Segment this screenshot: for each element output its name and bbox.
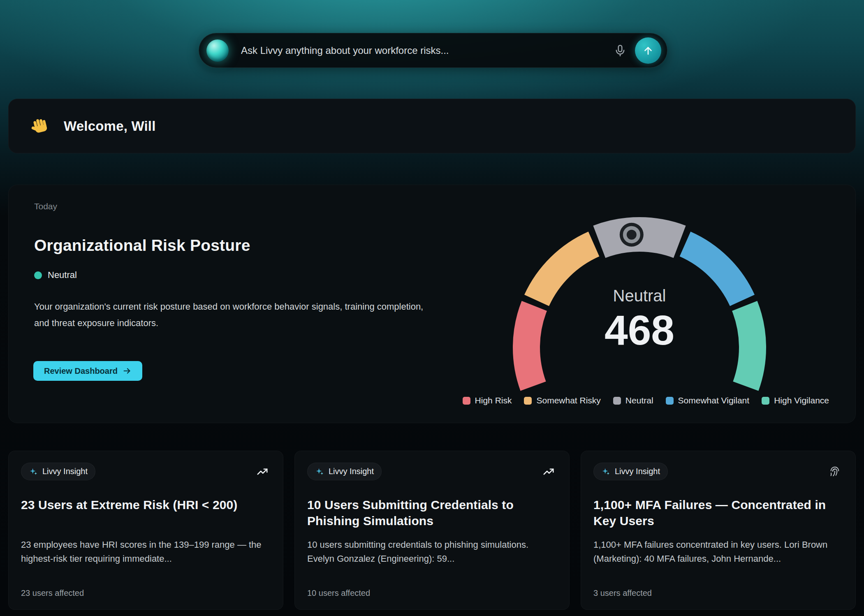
- fingerprint-icon: [828, 465, 841, 478]
- insight-affected-count: 10 users affected: [307, 588, 557, 598]
- gauge-status-label: Neutral: [613, 287, 666, 305]
- review-dashboard-button[interactable]: Review Dashboard: [33, 361, 142, 381]
- risk-status-label: Neutral: [48, 270, 77, 280]
- insight-card[interactable]: Livvy Insight 23 Users at Extreme Risk (…: [8, 451, 283, 610]
- welcome-card: Welcome, Will: [8, 99, 856, 153]
- trending-up-icon: [256, 465, 269, 478]
- insight-body: 1,100+ MFA failures concentrated in key …: [593, 538, 843, 566]
- gauge-segment: [526, 306, 534, 386]
- insight-title: 1,100+ MFA Failures — Concentrated in Ke…: [593, 497, 843, 530]
- legend-swatch: [666, 397, 674, 405]
- arrow-right-icon: [123, 366, 132, 375]
- insight-badge-label: Livvy Insight: [42, 467, 88, 476]
- section-label-today: Today: [34, 201, 57, 211]
- welcome-title: Welcome, Will: [64, 118, 156, 134]
- microphone-button[interactable]: [611, 42, 629, 60]
- insight-card[interactable]: Livvy Insight 10 Users Submitting Creden…: [294, 451, 570, 610]
- gauge-segment: [537, 244, 594, 300]
- insight-body: 10 users submitting credentials to phish…: [307, 538, 557, 566]
- legend-label: Somewhat Risky: [536, 396, 600, 405]
- risk-description: Your organization's current risk posture…: [34, 299, 439, 331]
- gauge-value: 468: [605, 307, 674, 354]
- legend-swatch: [524, 397, 532, 405]
- arrow-up-icon: [642, 44, 654, 57]
- legend-item: High Vigilance: [762, 396, 829, 405]
- status-dot-icon: [34, 271, 42, 279]
- microphone-icon: [613, 44, 627, 58]
- legend-label: High Risk: [475, 396, 512, 405]
- livvy-insight-badge: Livvy Insight: [21, 463, 95, 480]
- livvy-search-bar: [199, 33, 667, 68]
- sparkle-icon: [29, 467, 38, 476]
- livvy-insight-badge: Livvy Insight: [307, 463, 382, 480]
- search-submit-button[interactable]: [635, 37, 661, 64]
- sparkle-icon: [601, 467, 610, 476]
- risk-posture-card: Today Organizational Risk Posture Neutra…: [8, 185, 856, 423]
- gauge-segment: [745, 306, 753, 386]
- legend-label: Neutral: [625, 396, 653, 405]
- gauge-legend: High RiskSomewhat RiskyNeutralSomewhat V…: [463, 396, 829, 405]
- legend-label: High Vigilance: [774, 396, 829, 405]
- legend-label: Somewhat Vigilant: [678, 396, 750, 405]
- legend-swatch: [613, 397, 621, 405]
- livvy-orb-icon: [206, 39, 229, 62]
- waving-hand-icon: [31, 117, 50, 136]
- review-dashboard-label: Review Dashboard: [44, 366, 118, 376]
- insight-body: 23 employees have HRI scores in the 139–…: [21, 538, 271, 566]
- sparkle-icon: [315, 467, 324, 476]
- insight-title: 23 Users at Extreme Risk (HRI < 200): [21, 497, 271, 530]
- insight-badge-label: Livvy Insight: [329, 467, 374, 476]
- livvy-insight-badge: Livvy Insight: [593, 463, 668, 480]
- legend-swatch: [463, 397, 470, 405]
- risk-gauge: Neutral 468: [496, 201, 783, 407]
- dashboard-page: Welcome, Will Today Organizational Risk …: [0, 0, 864, 616]
- trending-up-icon: [542, 465, 555, 478]
- insight-affected-count: 3 users affected: [593, 588, 843, 598]
- legend-item: High Risk: [463, 396, 512, 405]
- risk-posture-title: Organizational Risk Posture: [34, 236, 250, 255]
- legend-item: Neutral: [613, 396, 653, 405]
- legend-item: Somewhat Vigilant: [666, 396, 750, 405]
- insight-badge-label: Livvy Insight: [615, 467, 660, 476]
- legend-item: Somewhat Risky: [524, 396, 600, 405]
- insight-card[interactable]: Livvy Insight 1,100+ MFA Failures — Conc…: [581, 451, 856, 610]
- insights-row: Livvy Insight 23 Users at Extreme Risk (…: [8, 451, 856, 610]
- legend-swatch: [762, 397, 769, 405]
- insight-title: 10 Users Submitting Credentials to Phish…: [307, 497, 557, 530]
- gauge-segment: [685, 244, 742, 300]
- search-input[interactable]: [241, 45, 611, 56]
- risk-status-row: Neutral: [34, 270, 77, 280]
- insight-affected-count: 23 users affected: [21, 588, 271, 598]
